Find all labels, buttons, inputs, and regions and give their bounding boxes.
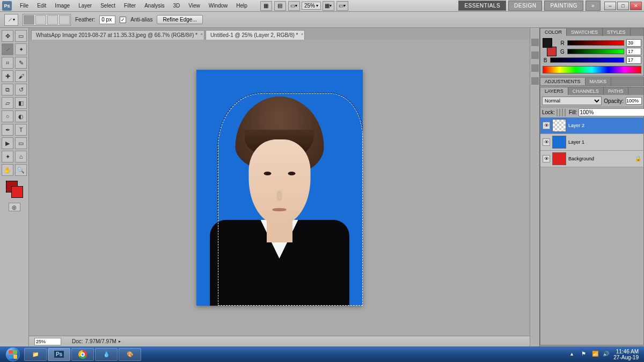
layer-thumbnail[interactable]: [552, 119, 566, 132]
quick-select-tool[interactable]: ✦: [15, 43, 27, 55]
flag-icon[interactable]: ⚑: [581, 351, 589, 358]
lock-transparent[interactable]: [557, 109, 558, 116]
document-tab[interactable]: WhatsApp Image 2019-08-27 at 11.35.33.jp…: [31, 30, 204, 40]
layer-row[interactable]: 👁 Layer 2: [540, 117, 643, 134]
hand-tool[interactable]: ✋: [2, 164, 13, 176]
b-slider[interactable]: [550, 57, 624, 63]
layer-row[interactable]: 👁 Background 🔒: [540, 151, 643, 167]
layer-name[interactable]: Layer 2: [568, 123, 641, 128]
dodge-tool[interactable]: ◐: [15, 110, 27, 122]
close-tab-icon[interactable]: ×: [200, 32, 203, 36]
layer-thumbnail[interactable]: [552, 136, 566, 149]
launch-minibridge-button[interactable]: ▤: [274, 1, 286, 11]
taskbar-explorer[interactable]: 📁: [24, 348, 47, 361]
paths-tab[interactable]: PATHS: [604, 87, 628, 95]
menu-3d[interactable]: 3D: [169, 1, 184, 10]
g-input[interactable]: [626, 48, 641, 55]
menu-help[interactable]: Help: [232, 1, 251, 10]
selection-intersect[interactable]: [59, 15, 70, 25]
arrange-docs-button[interactable]: ▦▾: [323, 1, 334, 11]
r-input[interactable]: [626, 39, 641, 47]
selection-add[interactable]: [35, 15, 46, 25]
color-tab[interactable]: COLOR: [540, 28, 567, 36]
layers-tab[interactable]: LAYERS: [540, 87, 568, 95]
canvas-area[interactable]: [29, 40, 530, 336]
workspace-essentials[interactable]: ESSENTIALS: [458, 1, 506, 11]
fill-input[interactable]: [579, 108, 644, 116]
color-swatches[interactable]: [6, 181, 23, 198]
move-tool[interactable]: ✥: [2, 30, 13, 42]
properties-panel-icon[interactable]: [531, 51, 539, 59]
eraser-tool[interactable]: ▱: [2, 97, 13, 109]
layer-name[interactable]: Background: [568, 156, 633, 161]
lock-all[interactable]: [565, 109, 566, 116]
volume-icon[interactable]: 🔊: [603, 351, 610, 358]
network-icon[interactable]: 📶: [592, 351, 599, 358]
layer-row[interactable]: 👁 Layer 1: [540, 134, 643, 151]
antialias-checkbox[interactable]: ✓: [120, 17, 126, 23]
menu-file[interactable]: File: [16, 1, 32, 10]
menu-analysis[interactable]: Analysis: [141, 1, 168, 10]
menu-filter[interactable]: Filter: [120, 1, 140, 10]
selection-new[interactable]: [24, 15, 34, 25]
r-slider[interactable]: [567, 40, 624, 46]
screen-mode-button[interactable]: ▭▾: [336, 1, 348, 11]
lasso-tool[interactable]: ⟋: [2, 43, 13, 55]
history-brush-tool[interactable]: ↺: [15, 84, 27, 95]
3d-tool[interactable]: ✦: [2, 151, 13, 162]
styles-tab[interactable]: STYLES: [603, 28, 631, 36]
crop-tool[interactable]: ⌗: [2, 57, 13, 69]
selection-subtract[interactable]: [47, 15, 58, 25]
shape-tool[interactable]: ▭: [15, 137, 27, 149]
menu-view[interactable]: View: [185, 1, 204, 10]
taskbar-app[interactable]: 💧: [95, 348, 118, 361]
clone-stamp-tool[interactable]: ⧉: [2, 84, 13, 95]
zoom-input[interactable]: [34, 338, 61, 345]
visibility-toggle[interactable]: 👁: [543, 138, 550, 146]
tray-expand-icon[interactable]: ▴: [570, 351, 578, 358]
pen-tool[interactable]: ✒: [2, 124, 13, 136]
healing-brush-tool[interactable]: ✚: [2, 70, 13, 82]
window-close-button[interactable]: ✕: [630, 2, 642, 10]
refine-edge-button[interactable]: Refine Edge...: [157, 15, 202, 24]
start-button[interactable]: [2, 346, 24, 362]
visibility-toggle[interactable]: 👁: [543, 155, 550, 162]
quick-mask-toggle[interactable]: ◎: [9, 203, 20, 211]
opacity-input[interactable]: [626, 97, 642, 105]
adjustments-tab[interactable]: ADJUSTMENTS: [540, 78, 586, 85]
workspace-more[interactable]: »: [586, 1, 601, 11]
b-input[interactable]: [626, 56, 641, 64]
menu-window[interactable]: Window: [205, 1, 232, 10]
layer-name[interactable]: Layer 1: [568, 139, 641, 145]
marquee-tool[interactable]: ▭: [15, 30, 27, 42]
view-extras-button[interactable]: ▭▾: [288, 1, 300, 11]
lock-pixels[interactable]: [559, 109, 560, 116]
blend-mode-select[interactable]: Normal: [542, 97, 602, 105]
window-maximize-button[interactable]: □: [617, 2, 629, 10]
path-select-tool[interactable]: ▶: [2, 137, 13, 149]
window-minimize-button[interactable]: –: [604, 2, 616, 10]
background-color[interactable]: [11, 186, 23, 198]
menu-image[interactable]: Image: [51, 1, 74, 10]
layer-thumbnail[interactable]: [552, 152, 566, 165]
g-slider[interactable]: [567, 49, 624, 54]
workspace-painting[interactable]: PAINTING: [544, 1, 583, 11]
visibility-toggle[interactable]: 👁: [543, 122, 550, 129]
menu-edit[interactable]: Edit: [33, 1, 50, 10]
workspace-design[interactable]: DESIGN: [508, 1, 542, 11]
document-tab[interactable]: Untitled-1 @ 25% (Layer 2, RGB/8) *×: [206, 30, 305, 40]
status-menu-icon[interactable]: ▸: [119, 339, 121, 344]
panel-color-swatch[interactable]: [543, 38, 557, 56]
masks-tab[interactable]: MASKS: [586, 78, 612, 85]
taskbar-photoshop[interactable]: Ps: [48, 348, 70, 361]
close-tab-icon[interactable]: ×: [301, 32, 304, 36]
camera-tool[interactable]: ⌂: [15, 151, 27, 162]
zoom-tool[interactable]: 🔍: [15, 164, 27, 176]
gradient-tool[interactable]: ◧: [15, 97, 27, 109]
color-spectrum[interactable]: [543, 66, 641, 73]
launch-bridge-button[interactable]: ▦: [260, 1, 272, 11]
zoom-level-select[interactable]: 25%▾: [302, 2, 321, 10]
taskbar-chrome[interactable]: [71, 348, 94, 361]
character-panel-icon[interactable]: [531, 64, 539, 72]
type-tool[interactable]: T: [15, 124, 27, 136]
